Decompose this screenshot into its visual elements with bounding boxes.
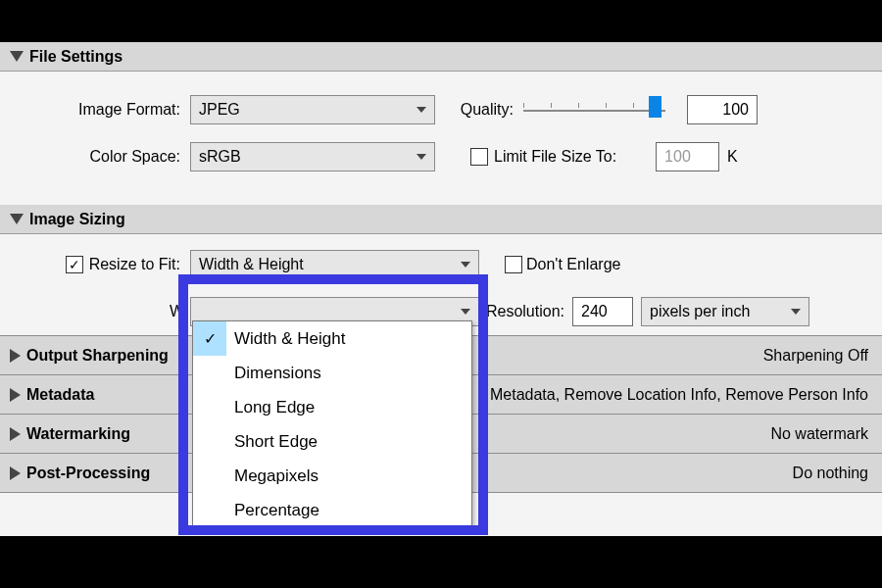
watermarking-status: No watermark xyxy=(770,425,868,443)
file-settings-body: Image Format: JPEG Quality: 100 Color xyxy=(0,72,882,205)
post-processing-title: Post-Processing xyxy=(26,465,150,482)
dont-enlarge-checkbox[interactable] xyxy=(505,256,522,273)
dropdown-option-label: Percentage xyxy=(234,501,319,520)
dropdown-option-label: Dimensions xyxy=(234,364,321,383)
dropdown-option-percentage[interactable]: Percentage xyxy=(193,493,471,527)
image-format-value: JPEG xyxy=(199,101,240,119)
resolution-units-select[interactable]: pixels per inch xyxy=(641,297,809,326)
resolution-input[interactable]: 240 xyxy=(572,297,633,326)
chevron-right-icon xyxy=(10,466,21,480)
export-panel: File Settings Image Format: JPEG Quality… xyxy=(0,42,882,536)
check-icon: ✓ xyxy=(193,321,226,356)
dropdown-option-long-edge[interactable]: Long Edge xyxy=(193,390,471,424)
watermarking-title: Watermarking xyxy=(26,425,130,443)
chevron-down-icon xyxy=(416,154,426,160)
dropdown-option-width-height[interactable]: ✓ Width & Height xyxy=(193,321,471,356)
image-format-label: Image Format: xyxy=(12,101,190,119)
image-format-select[interactable]: JPEG xyxy=(190,95,435,124)
metadata-title: Metadata xyxy=(26,386,94,404)
dropdown-option-label: Megapixels xyxy=(234,466,318,486)
resize-to-fit-select[interactable]: Width & Height xyxy=(190,250,479,279)
dropdown-option-label: Width & Height xyxy=(234,329,345,349)
file-settings-title: File Settings xyxy=(29,48,122,66)
chevron-down-icon xyxy=(461,262,470,268)
dropdown-option-dimensions[interactable]: Dimensions xyxy=(193,356,471,390)
resize-to-fit-checkbox[interactable]: ✓ xyxy=(66,256,83,273)
dont-enlarge-label: Don't Enlarge xyxy=(526,256,620,273)
limit-file-size-checkbox[interactable] xyxy=(470,148,488,166)
chevron-down-icon xyxy=(791,309,801,315)
quality-input[interactable]: 100 xyxy=(687,95,758,124)
color-space-value: sRGB xyxy=(199,148,241,166)
limit-file-size-label: Limit File Size To: xyxy=(492,148,622,166)
check-icon xyxy=(193,390,226,424)
metadata-status: Metadata, Remove Location Info, Remove P… xyxy=(490,386,868,404)
width-label: W xyxy=(12,303,190,320)
file-settings-header[interactable]: File Settings xyxy=(0,42,882,72)
chevron-down-icon xyxy=(461,309,470,315)
image-sizing-header[interactable]: Image Sizing xyxy=(0,205,882,234)
resize-to-fit-value: Width & Height xyxy=(199,256,304,273)
check-icon xyxy=(193,459,226,493)
limit-file-size-input[interactable]: 100 xyxy=(656,142,719,172)
check-icon xyxy=(193,356,226,390)
quality-label: Quality: xyxy=(435,101,523,119)
chevron-right-icon xyxy=(10,427,21,441)
quality-slider[interactable] xyxy=(523,95,665,124)
dropdown-option-label: Short Edge xyxy=(234,432,318,452)
post-processing-status: Do nothing xyxy=(793,465,868,482)
color-space-select[interactable]: sRGB xyxy=(190,142,435,172)
output-sharpening-status: Sharpening Off xyxy=(763,347,868,365)
chevron-right-icon xyxy=(10,349,21,363)
resize-dropdown-popup: ✓ Width & Height Dimensions Long Edge Sh… xyxy=(192,320,472,528)
chevron-down-icon xyxy=(10,214,24,224)
dropdown-option-short-edge[interactable]: Short Edge xyxy=(193,424,471,459)
resolution-value: 240 xyxy=(581,303,608,320)
quality-value: 100 xyxy=(722,101,749,119)
check-icon xyxy=(193,424,226,459)
limit-file-size-value: 100 xyxy=(664,148,691,166)
resize-to-fit-label: Resize to Fit: xyxy=(89,256,180,273)
limit-unit-label: K xyxy=(727,148,738,166)
resolution-label: Resolution: xyxy=(479,303,572,320)
check-icon xyxy=(193,493,226,527)
chevron-right-icon xyxy=(10,388,21,402)
dropdown-option-label: Long Edge xyxy=(234,398,315,417)
image-sizing-title: Image Sizing xyxy=(29,211,125,228)
chevron-down-icon xyxy=(416,107,426,113)
dropdown-option-megapixels[interactable]: Megapixels xyxy=(193,459,471,493)
output-sharpening-title: Output Sharpening xyxy=(26,347,169,365)
resolution-units-value: pixels per inch xyxy=(650,303,750,320)
chevron-down-icon xyxy=(10,51,24,62)
color-space-label: Color Space: xyxy=(12,148,190,166)
